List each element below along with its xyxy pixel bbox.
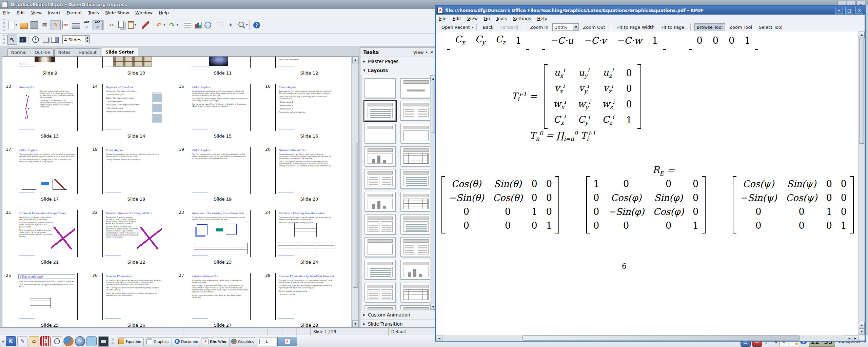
layout-title-two-content-b[interactable] bbox=[364, 169, 396, 189]
separator[interactable]: ▾ bbox=[138, 19, 140, 31]
slide-cell[interactable]: 22 Forward Kinematics Computation The po… bbox=[91, 210, 177, 265]
tasks-view-menu[interactable]: View bbox=[413, 50, 424, 55]
slide-thumbnail[interactable]: Inverse Kinematics In practice, inverse … bbox=[189, 273, 251, 320]
spin-up-icon[interactable]: ▲ bbox=[85, 36, 89, 40]
slide-thumbnail[interactable]: Forward Kinematics Forward kinematics ap… bbox=[275, 147, 337, 194]
section-master-pages[interactable]: ▶ Master Pages bbox=[360, 57, 437, 66]
slide-cell[interactable]: 14 Degrees of freedom Hinge Joint - One … bbox=[91, 84, 177, 139]
scroll-up-icon[interactable]: ▲ bbox=[859, 32, 865, 38]
slide-thumbnail[interactable] bbox=[102, 57, 164, 68]
auto-spellcheck[interactable]: ▾ bbox=[93, 20, 103, 30]
zoom-level-combo[interactable]: 300% ▼ bbox=[552, 23, 579, 31]
slide-cell[interactable]: 9 http://www... bbox=[4, 57, 91, 76]
menu-item[interactable]: View bbox=[464, 15, 481, 22]
slide-thumbnail[interactable]: Kinematics Although natural skeletons ar… bbox=[16, 84, 78, 131]
slide-design[interactable]: ▾ bbox=[41, 36, 50, 43]
sorter-scrollbar[interactable]: ▲ ▼ bbox=[352, 56, 359, 327]
menu-item[interactable]: Help bbox=[156, 9, 172, 16]
cut[interactable]: ▾ bbox=[106, 20, 117, 30]
slide-thumbnail[interactable]: Click to add title If we denote the tran… bbox=[16, 273, 78, 320]
slide-thumbnail[interactable] bbox=[189, 57, 251, 68]
slide-cell[interactable]: 17 Euler Angles This convention is not v… bbox=[4, 147, 91, 202]
layout-title-box[interactable] bbox=[400, 124, 432, 143]
menu-item[interactable]: File bbox=[0, 9, 14, 16]
open-document[interactable]: ▾ bbox=[19, 20, 29, 30]
menu-item[interactable]: Insert bbox=[45, 9, 63, 16]
slide-thumbnail[interactable]: http://www... bbox=[16, 57, 78, 68]
kpdf-titlebar[interactable]: file:///homes/dfg/Duncan's Office Files/… bbox=[436, 6, 865, 15]
export-pdf[interactable]: ▾ bbox=[61, 20, 70, 30]
dropdown-arrow-icon[interactable]: ▾ bbox=[16, 23, 17, 26]
slide-cell[interactable]: 27 Inverse Kinematics In practice, inver… bbox=[177, 273, 264, 327]
scroll-up-icon[interactable]: ▲ bbox=[859, 322, 865, 328]
konqi-icon[interactable] bbox=[86, 336, 97, 346]
insert-table[interactable]: ▾ bbox=[183, 21, 192, 29]
pdf-page-view[interactable]: CxCyCz1 −C·u−C·v−C·w1 0001 Tii-1 = uxiuy… bbox=[436, 32, 859, 335]
slide-thumbnail[interactable]: Euler Angles At any joint we can specify… bbox=[189, 84, 251, 131]
slide-thumbnail[interactable]: mimic their movements. bbox=[275, 57, 337, 68]
slide-thumbnail[interactable]: Revision - Viewing transformation The in… bbox=[275, 210, 337, 257]
menu-item[interactable]: Tools bbox=[493, 15, 510, 22]
collapsed-arrow-icon[interactable]: ▶ bbox=[363, 313, 366, 317]
thunderbird-icon[interactable]: ~ bbox=[75, 336, 85, 346]
scrollbar-thumb[interactable] bbox=[522, 335, 800, 341]
layout-title-table-b[interactable] bbox=[400, 192, 432, 211]
separator[interactable]: ▾ bbox=[180, 19, 182, 31]
slide-thumbnail[interactable]: Forward Kinematics Computation The posit… bbox=[102, 210, 164, 257]
kpdf-vertical-scrollbar[interactable]: ▲ ▲ ▼ bbox=[859, 32, 865, 335]
layout-title-content-b[interactable] bbox=[400, 169, 432, 189]
slide-thumbnail[interactable]: Inverse Kinematics For graphics applicat… bbox=[102, 273, 164, 320]
layout-title-two-content-f[interactable] bbox=[400, 305, 432, 310]
slide-cell[interactable]: 20 Forward Kinematics Forward kinematics… bbox=[264, 147, 350, 202]
expanded-arrow-icon[interactable]: ▼ bbox=[363, 69, 366, 72]
separator[interactable]: ▾ bbox=[213, 19, 215, 31]
paste[interactable]: ▾ bbox=[127, 20, 137, 30]
rehearse-timings[interactable]: ▾ bbox=[31, 35, 40, 44]
close-icon[interactable]: ✕ bbox=[855, 7, 863, 14]
tasks-view-dropdown-icon[interactable]: ▾ bbox=[426, 50, 428, 54]
open-recent-button[interactable]: Open Recent bbox=[439, 23, 473, 31]
layout-blank[interactable] bbox=[364, 78, 396, 98]
separator[interactable]: ▾ bbox=[151, 19, 153, 31]
slide-cell[interactable]: 26 Inverse Kinematics For graphics appli… bbox=[91, 273, 177, 327]
scrollbar-thumb[interactable] bbox=[353, 143, 358, 288]
layout-title-table-c[interactable] bbox=[400, 283, 432, 302]
slide-thumbnail[interactable]: Euler Angles The last rotation about the… bbox=[102, 147, 164, 194]
back-button[interactable]: Back bbox=[480, 23, 496, 31]
scroll-up-icon[interactable]: ▲ bbox=[352, 57, 358, 63]
zoom[interactable]: ▾ bbox=[236, 20, 249, 30]
layout-title-chart-c[interactable] bbox=[400, 260, 432, 280]
layout-title-content-c[interactable] bbox=[400, 215, 432, 234]
taskbar-window-button[interactable]: ✗ file:///ho bbox=[201, 337, 228, 346]
menu-item[interactable]: Format bbox=[63, 9, 85, 16]
menu-item[interactable]: Tools bbox=[85, 9, 102, 16]
forward-button[interactable]: Forward bbox=[497, 23, 520, 31]
collapsed-arrow-icon[interactable]: ▶ bbox=[363, 60, 366, 63]
layout-title-two-content-d[interactable] bbox=[400, 237, 432, 257]
slide-thumbnail[interactable]: Euler Angles The first rotation turns th… bbox=[189, 147, 251, 194]
slide-thumbnail[interactable]: Euler Angles This convention is not very… bbox=[16, 147, 78, 194]
slide-cell[interactable]: 19 Euler Angles The first rotation turns… bbox=[177, 147, 264, 202]
section-custom-animation[interactable]: ▶ Custom Animation bbox=[360, 310, 437, 319]
slide-cell[interactable]: 13 Kinematics Although natural skeletons… bbox=[4, 84, 91, 139]
section-layouts[interactable]: ▼ Layouts bbox=[360, 66, 437, 75]
menu-item[interactable]: Edit bbox=[14, 9, 28, 16]
browse-tool-button[interactable]: Browse Tool bbox=[694, 23, 726, 31]
menu-item[interactable]: Slide Show bbox=[102, 9, 132, 16]
layout-title-two-content[interactable] bbox=[400, 101, 432, 121]
slide-cell[interactable]: 18 Euler Angles The last rotation about … bbox=[91, 147, 177, 202]
layout-title-subtitle[interactable] bbox=[400, 78, 432, 98]
scroll-left-icon[interactable]: ◀ bbox=[846, 335, 852, 341]
fit-to-page-width-button[interactable]: Fit to Page Width bbox=[615, 23, 657, 31]
format-paintbrush[interactable]: ▾ bbox=[141, 20, 150, 30]
combo-dropdown-icon[interactable]: ▼ bbox=[573, 24, 578, 30]
dropdown-arrow-icon[interactable]: ▾ bbox=[135, 23, 136, 26]
menu-item[interactable]: Go bbox=[481, 15, 493, 22]
taskbar-window-button[interactable]: K Documen bbox=[173, 337, 200, 346]
slide-cell[interactable]: 23 Revision - the viewing transformation… bbox=[177, 210, 264, 265]
email-document[interactable]: ▾ bbox=[40, 20, 50, 30]
menu-item[interactable]: Settings bbox=[510, 15, 534, 22]
slide-cell[interactable]: 11 Slide 11 bbox=[177, 57, 264, 76]
slide-show[interactable]: ▾ bbox=[18, 36, 27, 44]
desktop-pager[interactable]: 1 bbox=[258, 337, 276, 346]
